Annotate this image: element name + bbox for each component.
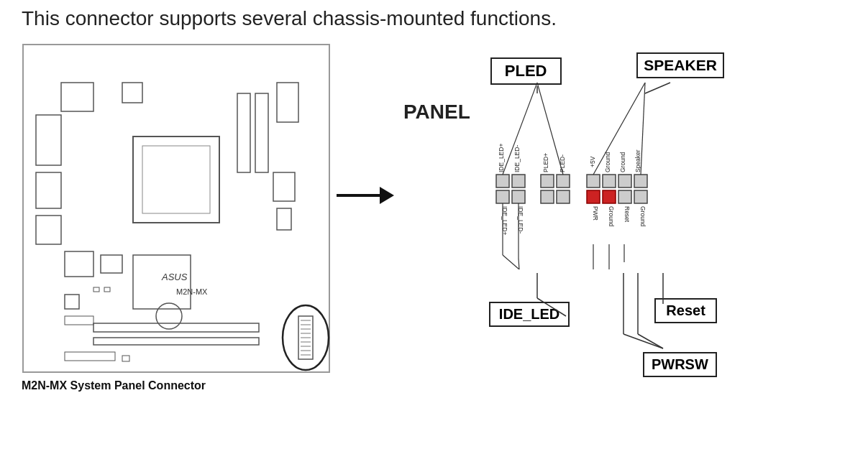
svg-line-71 [641, 83, 645, 175]
svg-text:ASUS: ASUS [161, 272, 188, 282]
svg-text:Ground: Ground [619, 152, 626, 172]
svg-text:Ground: Ground [639, 206, 647, 227]
page: This connector supports several chassis-… [0, 0, 868, 472]
full-diagram: ASUS M2N-MX [22, 43, 846, 392]
mobo-to-panel-arrow [337, 187, 394, 204]
panel-word: PANEL [403, 101, 470, 124]
svg-rect-58 [587, 190, 600, 203]
svg-rect-52 [618, 175, 631, 188]
svg-rect-61 [634, 190, 647, 203]
svg-rect-60 [618, 190, 631, 203]
ide-led-box: IDE_LED [489, 302, 570, 327]
svg-line-87 [638, 334, 663, 348]
svg-text:IDE_LED-: IDE_LED- [513, 145, 521, 172]
connector-svg: IDE_LED+ IDE_LED- PLED+ PLED- +5V Ground… [483, 83, 713, 269]
svg-text:Speaker: Speaker [634, 149, 641, 172]
mobo-label: M2N-MX System Panel Connector [22, 379, 206, 392]
svg-line-75 [518, 259, 519, 269]
svg-text:PLED+: PLED+ [542, 153, 549, 172]
svg-text:Ground: Ground [608, 206, 615, 227]
svg-text:+5V: +5V [589, 156, 596, 167]
connector-diagram: PLED SPEAKER IDE_LED+ IDE_LED- PLED+ PLE… [483, 47, 728, 392]
panel-area: PANEL PLED SPEAKER IDE_LED+ IDE_LED- PLE… [403, 43, 728, 392]
svg-line-69 [537, 83, 563, 175]
mobo-diagram: ASUS M2N-MX [22, 43, 331, 374]
svg-rect-47 [512, 175, 525, 188]
svg-rect-49 [557, 175, 570, 188]
svg-text:Ground: Ground [604, 152, 611, 172]
pled-box: PLED [490, 57, 562, 85]
pwrsw-box: PWRSW [643, 352, 717, 377]
svg-rect-55 [512, 190, 525, 203]
speaker-box: SPEAKER [636, 52, 724, 78]
arrow-head [380, 187, 394, 204]
reset-box: Reset [654, 298, 716, 323]
mobo-section: ASUS M2N-MX [22, 43, 331, 392]
svg-rect-54 [496, 190, 509, 203]
svg-rect-48 [541, 175, 554, 188]
svg-rect-57 [557, 190, 570, 203]
svg-text:IDE_LED+: IDE_LED+ [498, 144, 505, 172]
svg-line-86 [623, 334, 663, 348]
svg-line-73 [503, 255, 519, 269]
svg-text:M2N-MX: M2N-MX [176, 287, 208, 296]
svg-rect-53 [634, 175, 647, 188]
svg-text:Reset: Reset [623, 206, 631, 223]
header-text: This connector supports several chassis-… [22, 7, 846, 30]
svg-rect-50 [587, 175, 600, 188]
svg-rect-46 [496, 175, 509, 188]
svg-rect-59 [603, 190, 616, 203]
svg-text:PWR: PWR [592, 206, 599, 221]
svg-rect-51 [603, 175, 616, 188]
svg-rect-56 [541, 190, 554, 203]
arrow-shaft [337, 194, 380, 197]
